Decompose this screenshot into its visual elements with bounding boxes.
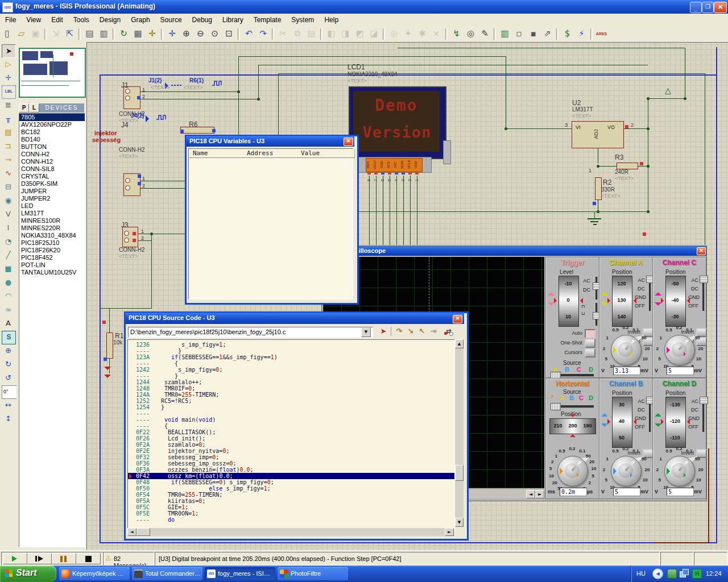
variables-column-value[interactable]: Value <box>297 149 355 158</box>
tape-tool-icon[interactable]: ⊟ <box>2 181 15 193</box>
device-item-pot-lin[interactable]: POT-LIN <box>19 261 85 269</box>
zoom-in-icon[interactable]: ⊕ <box>180 27 193 40</box>
device-item-lm317t[interactable]: LM317T <box>19 210 85 217</box>
start-button[interactable]: Start <box>0 566 56 582</box>
scroll-down-icon[interactable]: ▼ <box>455 518 464 527</box>
task-button-4[interactable]: PhotoFiltre <box>278 567 348 580</box>
variables-title-bar[interactable]: PIC18 CPU Variables - U3 <box>186 136 354 147</box>
device-item-bc182[interactable]: BC182 <box>19 128 85 136</box>
menu-edit[interactable]: Edit <box>46 14 68 26</box>
run-to-cursor-icon[interactable]: ⇥ <box>428 326 439 336</box>
device-item-minres100r[interactable]: MINRES100R <box>19 217 85 225</box>
script-tool-icon[interactable]: ≣ <box>2 99 15 111</box>
pause-button[interactable] <box>52 553 76 564</box>
menu-file[interactable]: File <box>0 14 21 26</box>
pick-device-icon[interactable]: ◎ <box>387 27 400 40</box>
wire-autorouter-icon[interactable]: ↯ <box>450 27 463 40</box>
export-icon[interactable]: ⇱ <box>63 27 76 40</box>
scroll-left-icon[interactable]: ◄ <box>127 528 136 536</box>
save-icon[interactable]: ▣ <box>29 27 42 40</box>
device-item-led[interactable]: LED <box>19 202 85 210</box>
menu-view[interactable]: View <box>21 14 46 26</box>
source-channel-a[interactable]: A <box>560 394 564 401</box>
slider-thumb[interactable] <box>700 276 708 283</box>
source-h-scrollbar[interactable]: ◄ ► <box>127 528 454 536</box>
zoom-all-icon[interactable]: ⊙ <box>208 27 221 40</box>
source-channel-b[interactable]: B <box>569 394 574 401</box>
menu-help[interactable]: Help <box>319 14 344 26</box>
current-probe-tool-icon[interactable]: I <box>2 222 15 234</box>
menu-library[interactable]: Library <box>217 14 249 26</box>
terminal-tool-icon[interactable]: ⊐ <box>2 140 15 152</box>
debug-run-icon[interactable]: ➤ <box>378 326 388 336</box>
source-window[interactable]: PIC18 CPU Source Code - U3 ✕ D:\benzin_f… <box>124 311 469 541</box>
slider-thumb[interactable] <box>700 397 708 404</box>
device-item-pic18f26k20[interactable]: PIC18F26K20 <box>19 247 85 254</box>
schematic-overview[interactable] <box>19 48 86 98</box>
menu-system[interactable]: System <box>286 14 319 26</box>
rotate-ccw-icon[interactable]: ↺ <box>2 372 15 384</box>
device-item-crystal[interactable]: CRYSTAL <box>19 173 85 180</box>
auto-button[interactable] <box>585 329 595 338</box>
device-item-minres220r[interactable]: MINRES220R <box>19 225 85 232</box>
device-item-jumper2[interactable]: JUMPER2 <box>19 195 85 202</box>
library-button[interactable]: L <box>29 103 39 113</box>
grid-icon[interactable]: ▦ <box>131 27 144 40</box>
packaging-icon[interactable]: ✱ <box>416 27 429 40</box>
menu-design[interactable]: Design <box>94 14 126 26</box>
instrument-tool-icon[interactable]: ◔ <box>2 235 15 248</box>
scroll-up-icon[interactable]: ▲ <box>455 339 464 348</box>
undo-icon[interactable]: ↶ <box>242 27 255 40</box>
path-tool-icon[interactable]: ∞ <box>2 304 15 316</box>
step-out-icon[interactable]: ↖ <box>417 326 427 336</box>
tray-icon-update[interactable] <box>667 569 677 579</box>
variables-window[interactable]: PIC18 CPU Variables - U3 ✕ NameAddressVa… <box>185 135 359 305</box>
language-indicator[interactable]: HU <box>636 570 646 577</box>
device-item-jumper[interactable]: JUMPER <box>19 188 85 195</box>
make-device-icon[interactable]: ✦ <box>402 27 415 40</box>
block-rotate-icon[interactable]: ◩ <box>353 27 366 40</box>
zoom-area-icon[interactable]: ⊡ <box>222 27 235 40</box>
source-channel-c[interactable]: C <box>579 394 584 401</box>
close-button[interactable]: ✕ <box>714 2 727 13</box>
source-channel-c[interactable]: C <box>577 366 581 373</box>
source-channel-d[interactable]: D <box>589 366 593 373</box>
menu-graph[interactable]: Graph <box>126 14 155 26</box>
pin-tool-icon[interactable]: ⊸ <box>2 153 15 166</box>
redraw-icon[interactable]: ↻ <box>117 27 130 40</box>
scope-scroll-left-icon[interactable]: ◄ <box>526 490 535 498</box>
scroll-right-icon[interactable]: ► <box>445 528 454 536</box>
goto-sheet-icon[interactable]: ⇗ <box>541 27 554 40</box>
source-v-scrollbar[interactable]: ▲ ▼ <box>455 339 464 527</box>
toggle-breakpoint-icon[interactable]: ⇄ <box>443 326 454 336</box>
rotate-cw-icon[interactable]: ↻ <box>2 358 15 371</box>
device-item-avx1206npo22p[interactable]: AVX1206NPO22P <box>19 121 85 128</box>
minimize-button[interactable]: _ <box>690 2 702 13</box>
step-button[interactable] <box>27 553 52 564</box>
new-sheet-icon[interactable]: ▫ <box>512 27 526 40</box>
device-item-7805[interactable]: 7805 <box>19 114 85 121</box>
remove-sheet-icon[interactable]: ▪ <box>527 27 540 40</box>
box-tool-icon[interactable]: ■ <box>2 263 15 275</box>
print-icon[interactable]: ▤ <box>83 27 96 40</box>
generator-tool-icon[interactable]: ◉ <box>2 194 15 207</box>
oscilloscope-title-bar[interactable]: Digital Oscilloscope <box>322 246 706 256</box>
oscilloscope-close-icon[interactable]: ✕ <box>697 247 706 255</box>
design-explorer-icon[interactable]: ▥ <box>498 27 511 40</box>
device-item-conn-h2[interactable]: CONN-H2 <box>19 151 85 158</box>
pan-icon[interactable]: ✛ <box>166 27 179 40</box>
search-tag-icon[interactable]: ◎ <box>464 27 477 40</box>
combo-dropdown-icon[interactable]: ▼ <box>361 327 371 337</box>
one-shot-button[interactable] <box>585 339 595 348</box>
device-item-pic18f452[interactable]: PIC18F452 <box>19 254 85 261</box>
redo-icon[interactable]: ↷ <box>257 27 270 40</box>
resistor-r1[interactable] <box>106 332 113 359</box>
subcircuit-tool-icon[interactable]: ▤ <box>2 126 15 139</box>
property-tool-icon[interactable]: ✎ <box>478 27 491 40</box>
source-file-combo[interactable]: D:\benzin_fogy_meres\pic18f25j10\benzin_… <box>128 327 373 338</box>
device-item-nokia3310_48x84[interactable]: NOKIA3310_48X84 <box>19 232 85 239</box>
menu-tools[interactable]: Tools <box>68 14 94 26</box>
slider-thumb[interactable] <box>551 403 561 410</box>
scope-scroll-right-icon[interactable]: ► <box>535 490 544 498</box>
flip-h-icon[interactable]: ↔ <box>2 399 15 411</box>
